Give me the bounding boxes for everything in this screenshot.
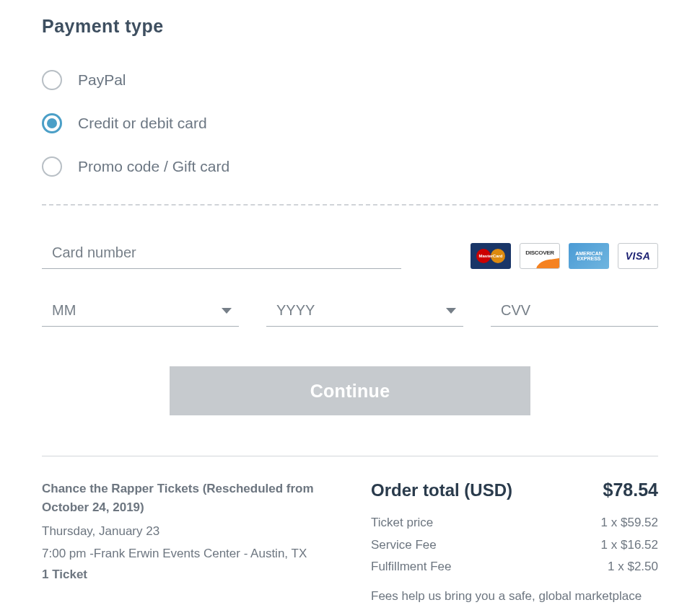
fee-row-ticket-price: Ticket price 1 x $59.52 xyxy=(371,512,658,534)
chevron-down-icon xyxy=(222,308,232,314)
payment-option-paypal[interactable]: PayPal xyxy=(42,58,658,102)
fee-label: Ticket price xyxy=(371,512,433,534)
event-date: Thursday, January 23 xyxy=(42,521,329,543)
continue-button[interactable]: Continue xyxy=(170,366,530,415)
card-number-row: MasterCard DISCOVER AMERICAN EXPRESS VIS… xyxy=(42,240,658,269)
payment-type-radio-group: PayPal Credit or debit card Promo code /… xyxy=(42,58,658,188)
discover-icon: DISCOVER xyxy=(520,243,560,269)
fee-label: Fulfillment Fee xyxy=(371,556,451,578)
fee-value: 1 x $59.52 xyxy=(601,512,658,534)
payment-type-heading: Payment type xyxy=(42,16,658,37)
mastercard-icon: MasterCard xyxy=(471,243,511,269)
expiry-month-placeholder: MM xyxy=(52,302,76,319)
radio-icon xyxy=(42,70,62,90)
radio-label: Promo code / Gift card xyxy=(78,158,229,175)
solid-divider xyxy=(42,456,658,456)
fee-row-fulfillment-fee: Fulfillment Fee 1 x $2.50 xyxy=(371,556,658,578)
order-summary: Chance the Rapper Tickets (Rescheduled f… xyxy=(42,480,658,605)
expiry-year-placeholder: YYYY xyxy=(276,302,315,319)
payment-option-promo[interactable]: Promo code / Gift card xyxy=(42,145,658,188)
cvv-input[interactable] xyxy=(491,298,658,327)
expiry-year-select[interactable]: YYYY xyxy=(266,298,463,327)
card-brand-logos: MasterCard DISCOVER AMERICAN EXPRESS VIS… xyxy=(471,243,658,269)
chevron-down-icon xyxy=(446,308,456,314)
expiry-month-select[interactable]: MM xyxy=(42,298,239,327)
fee-value: 1 x $2.50 xyxy=(608,556,658,578)
fee-value: 1 x $16.52 xyxy=(601,534,658,557)
payment-option-card[interactable]: Credit or debit card xyxy=(42,102,658,145)
order-total-value: $78.54 xyxy=(603,480,658,500)
radio-icon xyxy=(42,113,62,133)
fee-row-service-fee: Service Fee 1 x $16.52 xyxy=(371,534,658,557)
fee-label: Service Fee xyxy=(371,534,437,557)
dashed-divider xyxy=(42,204,658,206)
event-details: Chance the Rapper Tickets (Rescheduled f… xyxy=(42,480,329,605)
radio-icon xyxy=(42,156,62,177)
event-time-venue: 7:00 pm -Frank Erwin Events Center - Aus… xyxy=(42,543,329,565)
fees-note: Fees help us bring you a safe, global ma… xyxy=(371,587,658,605)
expiry-cvv-row: MM YYYY xyxy=(42,298,658,327)
radio-label: PayPal xyxy=(78,71,126,89)
radio-label: Credit or debit card xyxy=(78,115,207,132)
price-breakdown: Order total (USD) $78.54 Ticket price 1 … xyxy=(371,480,658,605)
visa-icon: VISA xyxy=(618,243,658,269)
order-total-label: Order total (USD) xyxy=(371,480,512,500)
card-number-input[interactable] xyxy=(42,240,401,269)
ticket-count: 1 Ticket xyxy=(42,568,329,582)
amex-icon: AMERICAN EXPRESS xyxy=(569,243,609,269)
event-title: Chance the Rapper Tickets (Rescheduled f… xyxy=(42,480,329,516)
